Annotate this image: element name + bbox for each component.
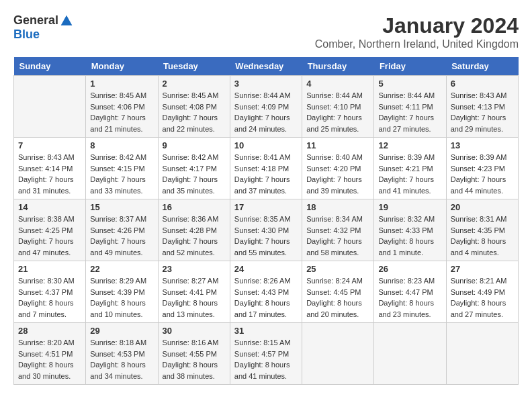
day-info: Sunrise: 8:36 AMSunset: 4:28 PMDaylight:… [163, 214, 226, 258]
sunrise-text: Sunrise: 8:40 AM [306, 152, 369, 163]
day-header: Friday [374, 57, 446, 76]
sunrise-text: Sunrise: 8:15 AM [234, 337, 298, 349]
calendar-day-cell [446, 323, 518, 385]
daylight-text: Daylight: 7 hours and 31 minutes. [18, 174, 81, 196]
day-number: 12 [378, 140, 441, 150]
day-number: 28 [18, 326, 81, 336]
daylight-text: Daylight: 7 hours and 58 minutes. [306, 236, 369, 258]
daylight-text: Daylight: 7 hours and 52 minutes. [163, 236, 226, 258]
calendar-day-cell: 17Sunrise: 8:35 AMSunset: 4:30 PMDayligh… [230, 199, 302, 261]
sunrise-text: Sunrise: 8:45 AM [90, 90, 153, 101]
day-number: 29 [90, 326, 153, 336]
sunrise-text: Sunrise: 8:21 AM [451, 275, 514, 287]
day-info: Sunrise: 8:20 AMSunset: 4:51 PMDaylight:… [18, 337, 81, 381]
sunrise-text: Sunrise: 8:44 AM [306, 90, 369, 101]
day-header: Wednesday [230, 57, 302, 76]
sunset-text: Sunset: 4:37 PM [18, 287, 81, 298]
calendar-day-cell: 21Sunrise: 8:30 AMSunset: 4:37 PMDayligh… [14, 261, 86, 323]
sunset-text: Sunset: 4:11 PM [378, 101, 441, 113]
daylight-text: Daylight: 8 hours and 7 minutes. [18, 298, 81, 320]
daylight-text: Daylight: 7 hours and 33 minutes. [90, 174, 153, 196]
day-info: Sunrise: 8:37 AMSunset: 4:26 PMDaylight:… [90, 214, 153, 258]
sunset-text: Sunset: 4:26 PM [90, 225, 153, 236]
day-info: Sunrise: 8:15 AMSunset: 4:57 PMDaylight:… [234, 337, 298, 381]
daylight-text: Daylight: 7 hours and 37 minutes. [234, 174, 298, 196]
calendar-day-cell: 20Sunrise: 8:31 AMSunset: 4:35 PMDayligh… [446, 199, 518, 261]
sunset-text: Sunset: 4:10 PM [306, 101, 369, 113]
sunset-text: Sunset: 4:32 PM [306, 225, 369, 236]
day-info: Sunrise: 8:39 AMSunset: 4:21 PMDaylight:… [378, 152, 441, 196]
day-header: Thursday [302, 57, 374, 76]
daylight-text: Daylight: 8 hours and 38 minutes. [163, 359, 226, 381]
day-info: Sunrise: 8:34 AMSunset: 4:32 PMDaylight:… [306, 214, 369, 258]
sunrise-text: Sunrise: 8:23 AM [378, 275, 441, 287]
daylight-text: Daylight: 7 hours and 21 minutes. [90, 112, 153, 134]
sunset-text: Sunset: 4:18 PM [234, 163, 298, 175]
day-number: 10 [234, 140, 298, 150]
sunset-text: Sunset: 4:25 PM [18, 225, 81, 236]
daylight-text: Daylight: 7 hours and 29 minutes. [451, 112, 514, 134]
daylight-text: Daylight: 8 hours and 17 minutes. [234, 298, 298, 320]
sunset-text: Sunset: 4:57 PM [234, 349, 298, 360]
day-number: 27 [451, 264, 514, 274]
sunrise-text: Sunrise: 8:44 AM [378, 90, 441, 101]
day-number: 26 [378, 264, 441, 274]
sunrise-text: Sunrise: 8:45 AM [163, 90, 226, 101]
sunset-text: Sunset: 4:39 PM [90, 287, 153, 298]
day-info: Sunrise: 8:44 AMSunset: 4:10 PMDaylight:… [306, 90, 369, 134]
daylight-text: Daylight: 7 hours and 39 minutes. [306, 174, 369, 196]
sunset-text: Sunset: 4:06 PM [90, 101, 153, 113]
daylight-text: Daylight: 7 hours and 24 minutes. [234, 112, 298, 134]
calendar-day-cell [302, 323, 374, 385]
calendar-day-cell: 26Sunrise: 8:23 AMSunset: 4:47 PMDayligh… [374, 261, 446, 323]
daylight-text: Daylight: 8 hours and 1 minute. [378, 236, 441, 258]
calendar-day-cell: 29Sunrise: 8:18 AMSunset: 4:53 PMDayligh… [86, 323, 158, 385]
day-info: Sunrise: 8:39 AMSunset: 4:23 PMDaylight:… [451, 152, 514, 196]
sunrise-text: Sunrise: 8:30 AM [18, 275, 81, 287]
sunrise-text: Sunrise: 8:44 AM [234, 90, 298, 101]
sunset-text: Sunset: 4:14 PM [18, 163, 81, 175]
sunset-text: Sunset: 4:35 PM [451, 225, 514, 236]
calendar-day-cell: 18Sunrise: 8:34 AMSunset: 4:32 PMDayligh… [302, 199, 374, 261]
daylight-text: Daylight: 7 hours and 22 minutes. [163, 112, 226, 134]
daylight-text: Daylight: 8 hours and 41 minutes. [234, 359, 298, 381]
day-number: 19 [378, 202, 441, 212]
daylight-text: Daylight: 7 hours and 41 minutes. [378, 174, 441, 196]
calendar-day-cell: 10Sunrise: 8:41 AMSunset: 4:18 PMDayligh… [230, 138, 302, 199]
day-number: 8 [90, 140, 153, 150]
daylight-text: Daylight: 7 hours and 49 minutes. [90, 236, 153, 258]
sunrise-text: Sunrise: 8:41 AM [234, 152, 298, 163]
calendar-day-cell: 28Sunrise: 8:20 AMSunset: 4:51 PMDayligh… [14, 323, 86, 385]
day-number: 22 [90, 264, 153, 274]
logo-icon [60, 14, 73, 28]
day-info: Sunrise: 8:23 AMSunset: 4:47 PMDaylight:… [378, 275, 441, 320]
day-info: Sunrise: 8:43 AMSunset: 4:14 PMDaylight:… [18, 152, 81, 196]
logo-general-text: General [13, 13, 58, 28]
sunrise-text: Sunrise: 8:43 AM [451, 90, 514, 101]
sunrise-text: Sunrise: 8:39 AM [451, 152, 514, 163]
daylight-text: Daylight: 8 hours and 10 minutes. [90, 298, 153, 320]
title-section: January 2024 Comber, Northern Ireland, U… [315, 13, 519, 50]
day-number: 31 [234, 326, 298, 336]
sunrise-text: Sunrise: 8:35 AM [234, 214, 298, 225]
month-title: January 2024 [315, 13, 519, 38]
calendar-day-cell: 24Sunrise: 8:26 AMSunset: 4:43 PMDayligh… [230, 261, 302, 323]
sunset-text: Sunset: 4:08 PM [163, 101, 226, 113]
day-number: 24 [234, 264, 298, 274]
daylight-text: Daylight: 8 hours and 20 minutes. [306, 298, 369, 320]
calendar-day-cell: 7Sunrise: 8:43 AMSunset: 4:14 PMDaylight… [14, 138, 86, 199]
day-info: Sunrise: 8:38 AMSunset: 4:25 PMDaylight:… [18, 214, 81, 258]
sunset-text: Sunset: 4:17 PM [163, 163, 226, 175]
sunset-text: Sunset: 4:45 PM [306, 287, 369, 298]
daylight-text: Daylight: 7 hours and 25 minutes. [306, 112, 369, 134]
sunrise-text: Sunrise: 8:16 AM [163, 337, 226, 349]
day-number: 9 [163, 140, 226, 150]
calendar-week-row: 7Sunrise: 8:43 AMSunset: 4:14 PMDaylight… [14, 138, 519, 199]
sunrise-text: Sunrise: 8:29 AM [90, 275, 153, 287]
sunset-text: Sunset: 4:55 PM [163, 349, 226, 360]
sunset-text: Sunset: 4:20 PM [306, 163, 369, 175]
calendar-day-cell: 1Sunrise: 8:45 AMSunset: 4:06 PMDaylight… [86, 76, 158, 138]
sunset-text: Sunset: 4:33 PM [378, 225, 441, 236]
sunset-text: Sunset: 4:43 PM [234, 287, 298, 298]
day-info: Sunrise: 8:26 AMSunset: 4:43 PMDaylight:… [234, 275, 298, 320]
